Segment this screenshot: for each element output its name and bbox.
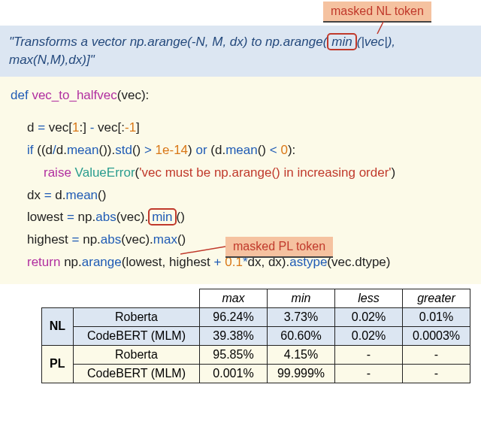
- table-row: CodeBERT (MLM) 0.001% 99.999% - -: [41, 364, 470, 383]
- fn-mean: mean: [66, 188, 98, 202]
- cell: 0.0003%: [403, 326, 470, 345]
- table-header-row: max min less greater: [41, 289, 470, 307]
- txt: :]: [80, 120, 90, 135]
- fn-mean: mean: [225, 143, 258, 157]
- cell: 4.15%: [268, 345, 335, 364]
- kw-or: or: [195, 143, 207, 157]
- model-name: Roberta: [74, 307, 200, 326]
- txt: ): [392, 165, 396, 180]
- txt: (vec).: [116, 210, 149, 224]
- code-line-if: if ((d/d.mean()).std() > 1e-14) or (d.me…: [11, 139, 472, 162]
- table-row: CodeBERT (MLM) 39.38% 60.60% 0.02% 0.000…: [41, 326, 470, 345]
- code-line-slice: d = vec[1:] - vec[:-1]: [11, 117, 472, 139]
- txt: (vec).: [121, 232, 153, 247]
- kw-def: def: [11, 88, 29, 102]
- txt: vec[: [45, 120, 72, 135]
- code-line-def: def vec_to_halfvec(vec):: [11, 84, 472, 107]
- op-eq: =: [44, 188, 52, 202]
- code-line-dx: dx = d.mean(): [11, 184, 472, 207]
- txt: d.: [52, 188, 66, 202]
- txt: d.: [56, 143, 67, 157]
- cell: -: [335, 364, 403, 383]
- group-nl: NL: [41, 307, 73, 345]
- model-name: Roberta: [74, 345, 200, 364]
- cell: -: [403, 364, 470, 383]
- txt: highest: [27, 232, 72, 247]
- cell: 99.999%: [268, 364, 335, 383]
- txt: vec[:: [94, 120, 125, 135]
- txt: lowest: [27, 210, 67, 224]
- txt: np.: [79, 232, 100, 247]
- txt: np.: [74, 210, 95, 224]
- cell: 0.01%: [403, 307, 470, 326]
- fn-max: max: [153, 232, 177, 247]
- col-greater: greater: [403, 289, 470, 307]
- txt: (d.: [207, 143, 226, 157]
- col-min: min: [268, 289, 335, 307]
- masked-pl-callout: masked PL token: [225, 237, 333, 258]
- txt: dx: [27, 188, 44, 202]
- cell: 39.38%: [200, 326, 268, 345]
- col-less: less: [335, 289, 403, 307]
- num: 1e-14: [156, 143, 188, 157]
- num: 1: [72, 120, 79, 135]
- txt: ]: [136, 120, 140, 135]
- op-plus: +: [214, 255, 222, 269]
- string-literal: 'vec must be np.arange() in increasing o…: [139, 165, 391, 180]
- cell: 0.001%: [200, 364, 268, 383]
- group-pl: PL: [41, 345, 73, 383]
- txt: (vec.dtype): [327, 255, 390, 269]
- op-eq: =: [67, 210, 74, 224]
- cell: -: [403, 345, 470, 364]
- txt: ((d: [37, 143, 53, 157]
- txt: (): [177, 232, 186, 247]
- num: -1: [125, 120, 136, 135]
- kw-return: return: [27, 255, 60, 269]
- fn-sig: (vec):: [117, 88, 150, 102]
- txt: ):: [288, 143, 295, 157]
- txt: ()).: [98, 143, 115, 157]
- col-max: max: [200, 289, 268, 307]
- fn-arange: arange: [82, 255, 122, 269]
- fn-name: vec_to_halfvec: [32, 88, 116, 102]
- txt: (): [98, 188, 106, 202]
- fn-abs: abs: [95, 210, 116, 224]
- cell: 0.02%: [335, 326, 403, 345]
- valueerror: ValueError: [75, 165, 135, 180]
- nl-text-pre: "Transforms a vector np.arange(-N, M, dx…: [9, 35, 327, 49]
- masked-nl-callout: masked NL token: [323, 2, 431, 23]
- cell: 0.02%: [335, 307, 403, 326]
- txt: (): [132, 143, 144, 157]
- code-line-lowest: lowest = np.abs(vec).min(): [11, 206, 472, 229]
- table-row: NL Roberta 96.24% 3.73% 0.02% 0.01%: [41, 307, 470, 326]
- model-name: CodeBERT (MLM): [74, 364, 200, 383]
- model-name: CodeBERT (MLM): [74, 326, 200, 345]
- txt: (): [258, 143, 270, 157]
- num: 0: [280, 143, 287, 157]
- txt: np.: [64, 255, 82, 269]
- fn-abs: abs: [101, 232, 121, 247]
- kw-raise: raise: [44, 165, 71, 180]
- txt: ): [188, 143, 195, 157]
- txt: (lowest, highest: [122, 255, 214, 269]
- kw-if: if: [27, 143, 34, 157]
- txt: (): [177, 210, 185, 224]
- cell: 95.85%: [200, 345, 268, 364]
- fn-std: std: [115, 143, 132, 157]
- code-line-raise: raise ValueError('vec must be np.arange(…: [11, 162, 472, 184]
- cell: 3.73%: [268, 307, 335, 326]
- cell: 96.24%: [200, 307, 268, 326]
- op-lt: <: [270, 143, 277, 157]
- blank-corner: [41, 289, 199, 307]
- results-table: max min less greater NL Roberta 96.24% 3…: [41, 289, 470, 383]
- nl-description-box: "Transforms a vector np.arange(-N, M, dx…: [0, 26, 481, 77]
- op-eq: =: [72, 232, 80, 247]
- cell: 60.60%: [268, 326, 335, 345]
- op-gt: >: [144, 143, 152, 157]
- txt: d: [27, 120, 38, 135]
- fn-mean: mean: [67, 143, 99, 157]
- nl-masked-token: min: [327, 33, 356, 50]
- op-eq: =: [38, 120, 45, 135]
- table-row: PL Roberta 95.85% 4.15% - -: [41, 345, 470, 364]
- pl-masked-token: min: [148, 208, 176, 226]
